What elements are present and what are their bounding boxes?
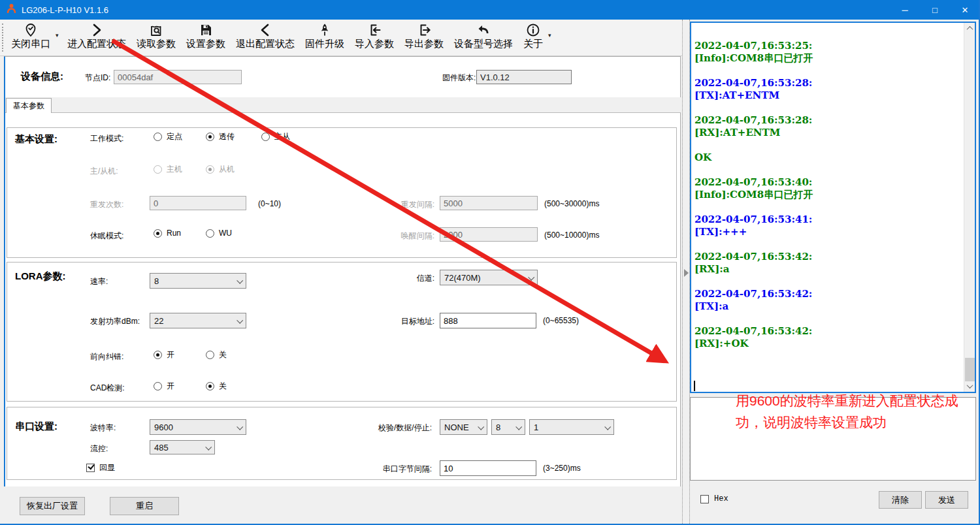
restart-button[interactable]: 重启 <box>110 497 179 515</box>
floppy-icon <box>199 22 213 38</box>
title-bar: LG206-L-P-H10 V1.1.6 ─ □ ✕ <box>0 0 980 20</box>
export-icon <box>417 22 431 38</box>
resend-count-label: 重发次数: <box>90 199 123 210</box>
pin-check-icon <box>24 22 38 38</box>
log-entry: 2022-04-07,16:53:42: [TX]:a <box>694 288 959 313</box>
set-params-button[interactable]: 设置参数 <box>181 20 231 56</box>
chevron-down-icon <box>528 274 534 281</box>
read-params-button[interactable]: 读取参数 <box>131 20 181 56</box>
annotation-text: 用9600的波特率重新进入配置状态成 功，说明波特率设置成功 <box>736 390 972 433</box>
channel-combo[interactable]: 72(470M) <box>440 270 538 285</box>
fec-label: 前向纠错: <box>90 351 123 362</box>
firmware-label: 固件版本: <box>442 72 476 84</box>
resend-interval-field <box>440 196 538 210</box>
radio-sleep-wu[interactable]: WU <box>206 229 232 238</box>
tx-power-label: 发射功率dBm: <box>90 316 140 327</box>
wake-interval-hint: (500~10000)ms <box>544 231 599 240</box>
lora-params-group: LORA参数: 速率: 8 信道: 72(470M) 发射功率dBm: 22 目… <box>7 262 677 402</box>
about-dropdown-icon[interactable]: ▾ <box>548 32 555 39</box>
stopbits-combo[interactable]: 1 <box>529 419 614 435</box>
baud-label: 波特率: <box>90 422 116 434</box>
chevron-down-icon <box>478 424 484 430</box>
radio-workmode-masterslave[interactable]: 主从 <box>261 131 290 142</box>
radio-icon <box>206 351 214 359</box>
text-caret <box>694 381 695 391</box>
log-scrollbar[interactable] <box>964 23 975 392</box>
radio-slave: 从机 <box>206 164 235 175</box>
checkbox-icon <box>700 495 709 503</box>
radio-icon <box>261 133 270 141</box>
chevron-left-icon <box>258 22 272 38</box>
window-title: LG206-L-P-H10 V1.1.6 <box>22 5 108 15</box>
radio-workmode-fixed[interactable]: 定点 <box>154 131 182 142</box>
byte-interval-label: 串口字节间隔: <box>327 464 432 475</box>
close-serial-dropdown-icon[interactable]: ▾ <box>56 32 62 39</box>
log-entry: 2022-04-07,16:53:41: [TX]:+++ <box>694 214 959 238</box>
clear-button[interactable]: 清除 <box>879 491 922 509</box>
tab-strip: 基本参数 <box>5 97 681 113</box>
scrollbar-thumb[interactable] <box>965 358 975 381</box>
radio-workmode-transparent[interactable]: 透传 <box>206 131 235 142</box>
radio-icon <box>206 229 214 238</box>
radio-fec-on[interactable]: 开 <box>154 349 174 360</box>
serial-settings-title: 串口设置: <box>15 421 57 433</box>
radio-cad-off[interactable]: 关 <box>206 381 227 392</box>
radio-icon <box>154 133 162 141</box>
serial-settings-group: 串口设置: 波特率: 9600 校验/数据/停止: NONE 8 1 流控: 4… <box>7 407 677 480</box>
tab-basic-params[interactable]: 基本参数 <box>6 98 52 113</box>
node-id-field[interactable] <box>114 70 242 84</box>
panel-splitter[interactable] <box>682 20 690 524</box>
factory-reset-button[interactable]: 恢复出厂设置 <box>20 497 85 515</box>
log-entry: 2022-04-07,16:53:42: [RX]:+OK <box>694 325 959 350</box>
import-params-button[interactable]: 导入参数 <box>350 20 399 56</box>
toolbar-grip[interactable] <box>2 24 5 52</box>
log-output[interactable]: 2022-04-07,16:53:25: [Info]:COM8串口已打开 20… <box>690 22 976 393</box>
radio-icon <box>154 382 162 390</box>
wake-interval-field <box>440 227 538 242</box>
enter-config-button[interactable]: 进入配置状态 <box>62 20 131 56</box>
chevron-down-icon <box>205 444 212 451</box>
chevron-down-icon <box>237 278 243 284</box>
radio-cad-on[interactable]: 开 <box>154 381 174 392</box>
radio-icon <box>206 133 214 141</box>
byte-interval-field[interactable] <box>440 460 536 476</box>
firmware-field[interactable] <box>476 70 572 84</box>
echo-checkbox[interactable]: 回显 <box>86 462 115 473</box>
radio-sleep-run[interactable]: Run <box>154 229 181 238</box>
send-button[interactable]: 发送 <box>925 491 968 509</box>
log-content: 2022-04-07,16:53:25: [Info]:COM8串口已打开 20… <box>694 40 959 362</box>
hex-checkbox[interactable]: Hex <box>700 494 728 503</box>
log-entry: 2022-04-07,16:53:40: [Info]:COM8串口已打开 <box>694 176 959 201</box>
scroll-up-icon[interactable] <box>964 23 975 34</box>
about-button[interactable]: 关于 <box>518 20 548 56</box>
flow-combo[interactable]: 485 <box>150 440 215 454</box>
radio-icon <box>154 229 162 238</box>
resend-count-field <box>150 196 246 210</box>
exit-config-button[interactable]: 退出配置状态 <box>231 20 300 56</box>
master-slave-label: 主/从机: <box>90 166 118 177</box>
flow-label: 流控: <box>90 443 108 454</box>
radio-fec-off[interactable]: 关 <box>206 349 227 360</box>
target-addr-field[interactable] <box>440 313 536 328</box>
minimize-button[interactable]: ─ <box>890 0 920 20</box>
info-icon <box>526 22 540 38</box>
radio-master: 主机 <box>154 164 182 175</box>
chevron-down-icon <box>237 424 243 430</box>
export-params-button[interactable]: 导出参数 <box>399 20 449 56</box>
splitter-collapse-icon[interactable] <box>684 269 689 277</box>
node-id-label: 节点ID: <box>85 72 110 84</box>
close-serial-button[interactable]: 关闭串口 <box>6 20 56 56</box>
rate-combo[interactable]: 8 <box>150 273 246 289</box>
maximize-button[interactable]: □ <box>920 0 950 20</box>
log-entry: 2022-04-07,16:53:28: [TX]:AT+ENTM <box>694 77 959 102</box>
chevron-down-icon <box>237 317 243 324</box>
radio-icon <box>206 382 214 390</box>
close-button[interactable]: ✕ <box>950 0 980 20</box>
firmware-upgrade-button[interactable]: 固件升级 <box>300 20 350 56</box>
device-model-select-button[interactable]: 设备型号选择 <box>449 20 518 56</box>
parity-combo[interactable]: NONE <box>440 419 487 435</box>
checkbox-icon <box>86 464 95 472</box>
databits-combo[interactable]: 8 <box>491 419 525 435</box>
baud-combo[interactable]: 9600 <box>150 419 246 435</box>
tx-power-combo[interactable]: 22 <box>150 313 246 328</box>
